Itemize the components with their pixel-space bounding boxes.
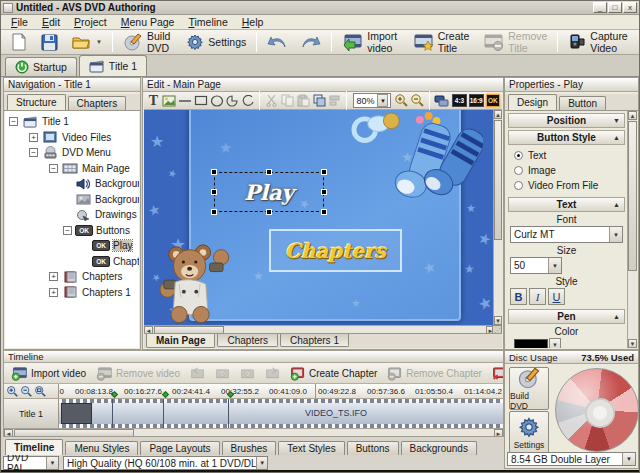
zoom-level-combobox[interactable]: 80% ▼ — [353, 93, 391, 108]
scroll-up-icon[interactable]: ▲ — [494, 110, 502, 119]
play-menu-button-selection[interactable]: Play — [214, 172, 324, 212]
video-track[interactable]: VIDEO_TS.IFO — [59, 399, 503, 428]
preview-monitor-button[interactable] — [434, 93, 450, 109]
tree-item-background-music[interactable]: Background Mus — [5, 176, 139, 192]
disc-format-combobox[interactable]: DVD PAL ▼ — [3, 456, 59, 470]
image-tool-button[interactable] — [162, 93, 177, 109]
menu-edit[interactable]: Edit — [36, 15, 66, 29]
selection-handle[interactable] — [321, 189, 327, 195]
tab-main-page[interactable]: Main Page — [146, 334, 215, 348]
tab-chapters-page[interactable]: Chapters — [217, 334, 278, 347]
scroll-thumb[interactable] — [628, 121, 637, 271]
tree-item-video-files[interactable]: + Video Files — [5, 130, 139, 146]
tree-item-play[interactable]: OK Play — [5, 238, 139, 254]
italic-button[interactable]: I — [529, 288, 546, 305]
tab-chapters-1-page[interactable]: Chapters 1 — [280, 334, 349, 347]
selection-handle[interactable] — [266, 209, 272, 215]
remove-all-chapters-button[interactable]: Remove All Chapters — [487, 364, 504, 382]
timeline-zoom-fit-button[interactable] — [34, 385, 47, 398]
aspect-16-9-button[interactable]: 16:9 — [469, 94, 484, 107]
save-project-button[interactable] — [34, 31, 65, 53]
tree-item-title-1[interactable]: − Title 1 — [5, 114, 139, 130]
new-project-button[interactable] — [4, 31, 34, 53]
selection-handle[interactable] — [211, 169, 217, 175]
radio-icon[interactable] — [514, 166, 523, 175]
menu-menu-page[interactable]: Menu Page — [115, 15, 181, 29]
selection-handle[interactable] — [211, 209, 217, 215]
tab-backgrounds[interactable]: Backgrounds — [401, 441, 477, 455]
minimize-button[interactable]: _ — [593, 2, 607, 13]
disc-build-dvd-button[interactable]: Build DVD — [509, 367, 549, 410]
expand-icon[interactable]: + — [49, 272, 58, 281]
section-button-style[interactable]: Button Style ▲ — [508, 130, 625, 145]
close-button[interactable]: x — [623, 2, 637, 13]
import-video-button[interactable]: Import video — [335, 31, 405, 53]
timeline-import-video-button[interactable]: Import video — [6, 364, 91, 382]
rectangle-tool-button[interactable] — [193, 93, 208, 109]
pie-tool-button[interactable] — [225, 93, 240, 109]
tree-item-dvd-menu[interactable]: − DVD Menu — [5, 145, 139, 161]
menu-project[interactable]: Project — [68, 15, 113, 29]
create-title-button[interactable]: Create Title — [406, 31, 477, 53]
tree-item-chapters[interactable]: + Chapters — [5, 269, 139, 285]
chapters-menu-button[interactable]: Chapters — [269, 229, 402, 272]
section-pen[interactable]: Pen ▲ — [508, 309, 625, 324]
bold-button[interactable]: B — [510, 288, 527, 305]
radio-image[interactable]: Image — [506, 163, 627, 178]
selection-handle[interactable] — [211, 189, 217, 195]
section-text[interactable]: Text ▲ — [508, 197, 625, 212]
selection-handle[interactable] — [321, 209, 327, 215]
tab-buttons[interactable]: Buttons — [347, 441, 399, 455]
disc-capacity-combobox[interactable]: 8.54 GB Double Layer ▼ — [507, 452, 636, 466]
timeline-zoom-out-button[interactable] — [20, 385, 33, 398]
ellipse-tool-button[interactable] — [209, 93, 224, 109]
dropdown-arrow-icon[interactable]: ▼ — [256, 457, 267, 469]
zoom-in-button[interactable] — [394, 93, 409, 109]
tree-item-main-page[interactable]: − Main Page — [5, 161, 139, 177]
tab-nav-chapters[interactable]: Chapters — [68, 96, 127, 110]
color-dropdown-arrow-icon[interactable]: ▼ — [549, 338, 561, 348]
zoom-dropdown-arrow-icon[interactable]: ▼ — [377, 94, 388, 107]
collapse-icon[interactable]: − — [49, 164, 58, 173]
zoom-out-button[interactable] — [410, 93, 425, 109]
dropdown-arrow-icon[interactable]: ▼ — [548, 258, 561, 273]
tab-title-1[interactable]: Title 1 — [79, 55, 147, 76]
undo-button[interactable] — [260, 31, 294, 53]
show-buttons-ok-toggle[interactable]: OK — [486, 94, 500, 107]
scroll-thumb[interactable] — [494, 120, 502, 240]
settings-button[interactable]: Settings — [179, 31, 253, 53]
tree-item-chapters-1[interactable]: + Chapters 1 — [5, 285, 139, 301]
tree-item-background[interactable]: Background — [5, 192, 139, 208]
properties-scrollbar[interactable]: ▲ ▼ — [627, 111, 637, 348]
timeline-ruler[interactable]: 00:00:00.0 00:08:13.8 00:16:27.6 00:24:4… — [4, 384, 503, 399]
menu-canvas[interactable]: ★ ★ ★ ★ ★ ★ ★ ★ ★ ★ ★ ★ ★ ★ ★ ★ ★ — [144, 110, 495, 325]
font-combobox[interactable]: Curlz MT ▼ — [510, 226, 623, 243]
tab-design[interactable]: Design — [508, 94, 557, 110]
collapse-icon[interactable]: − — [29, 148, 38, 157]
dropdown-arrow-icon[interactable]: ▼ — [622, 453, 635, 465]
tree-item-drawings[interactable]: Drawings — [5, 207, 139, 223]
selection-handle[interactable] — [321, 169, 327, 175]
tab-page-layouts[interactable]: Page Layouts — [140, 441, 219, 455]
timeline-horizontal-scrollbar[interactable]: ◄ ► — [4, 428, 503, 437]
tab-structure[interactable]: Structure — [7, 94, 66, 110]
radio-video-from-file[interactable]: Video From File — [506, 178, 627, 193]
disc-settings-button[interactable]: Settings — [509, 411, 549, 454]
capture-video-button[interactable]: Capture Video — [561, 31, 636, 53]
expand-icon[interactable]: + — [49, 288, 58, 297]
scroll-thumb[interactable] — [14, 429, 134, 437]
line-tool-button[interactable] — [178, 93, 193, 109]
scroll-down-icon[interactable]: ▼ — [628, 339, 637, 348]
redo-button[interactable] — [294, 31, 328, 53]
menu-file[interactable]: File — [5, 15, 34, 29]
scroll-right-icon[interactable]: ► — [494, 429, 503, 437]
underline-button[interactable]: U — [548, 288, 565, 305]
dropdown-arrow-icon[interactable]: ▼ — [46, 457, 58, 469]
tree-item-buttons-chapters[interactable]: OK Chapters — [5, 254, 139, 270]
radio-icon[interactable] — [514, 181, 523, 190]
tab-timeline[interactable]: Timeline — [5, 439, 63, 455]
arc-tool-button[interactable] — [241, 93, 256, 109]
expand-icon[interactable]: + — [29, 133, 38, 142]
tab-brushes[interactable]: Brushes — [222, 441, 277, 455]
menu-timeline[interactable]: Timeline — [182, 15, 233, 29]
